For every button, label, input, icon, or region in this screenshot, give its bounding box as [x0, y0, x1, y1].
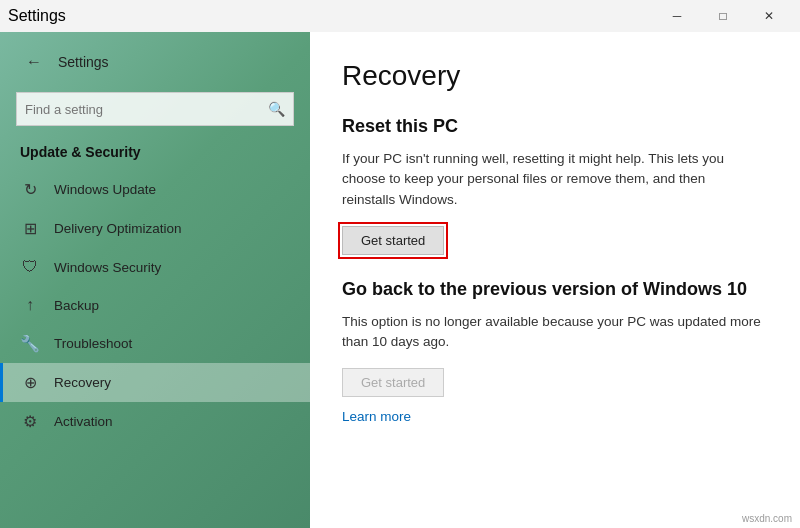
recovery-icon: ⊕: [20, 373, 40, 392]
backup-label: Backup: [54, 298, 99, 313]
backup-icon: ↑: [20, 296, 40, 314]
troubleshoot-icon: 🔧: [20, 334, 40, 353]
activation-label: Activation: [54, 414, 113, 429]
minimize-button[interactable]: ─: [654, 0, 700, 32]
sidebar-item-windows-update[interactable]: ↻ Windows Update: [0, 170, 310, 209]
sidebar-item-delivery-optimization[interactable]: ⊞ Delivery Optimization: [0, 209, 310, 248]
app-body: ← Settings 🔍 Update & Security ↻ Windows…: [0, 32, 800, 528]
sidebar-nav: ↻ Windows Update ⊞ Delivery Optimization…: [0, 170, 310, 441]
troubleshoot-label: Troubleshoot: [54, 336, 132, 351]
titlebar-controls: ─ □ ✕: [654, 0, 792, 32]
reset-pc-title: Reset this PC: [342, 116, 768, 137]
go-back-title: Go back to the previous version of Windo…: [342, 279, 768, 300]
sidebar-item-windows-security[interactable]: 🛡 Windows Security: [0, 248, 310, 286]
delivery-optimization-icon: ⊞: [20, 219, 40, 238]
reset-pc-get-started-button[interactable]: Get started: [342, 226, 444, 255]
watermark: wsxdn.com: [742, 513, 792, 524]
titlebar-left: Settings: [8, 7, 66, 25]
windows-update-label: Windows Update: [54, 182, 156, 197]
sidebar-item-activation[interactable]: ⚙ Activation: [0, 402, 310, 441]
search-input[interactable]: [25, 102, 268, 117]
go-back-section: Go back to the previous version of Windo…: [342, 279, 768, 426]
back-button[interactable]: ←: [20, 48, 48, 76]
reset-pc-description: If your PC isn't running well, resetting…: [342, 149, 762, 210]
sidebar-item-troubleshoot[interactable]: 🔧 Troubleshoot: [0, 324, 310, 363]
sidebar-app-title: Settings: [58, 54, 109, 70]
page-title: Recovery: [342, 60, 768, 92]
activation-icon: ⚙: [20, 412, 40, 431]
search-box: 🔍: [16, 92, 294, 126]
back-icon: ←: [26, 53, 42, 71]
main-content: Recovery Reset this PC If your PC isn't …: [310, 32, 800, 528]
sidebar-item-backup[interactable]: ↑ Backup: [0, 286, 310, 324]
titlebar-title: Settings: [8, 7, 66, 25]
maximize-button[interactable]: □: [700, 0, 746, 32]
windows-security-icon: 🛡: [20, 258, 40, 276]
sidebar-header: ← Settings: [0, 32, 310, 84]
sidebar-section-title: Update & Security: [0, 138, 310, 170]
learn-more-link[interactable]: Learn more: [342, 409, 411, 424]
windows-update-icon: ↻: [20, 180, 40, 199]
sidebar-item-recovery[interactable]: ⊕ Recovery: [0, 363, 310, 402]
go-back-description: This option is no longer available becau…: [342, 312, 762, 353]
reset-pc-section: Reset this PC If your PC isn't running w…: [342, 116, 768, 255]
search-icon[interactable]: 🔍: [268, 101, 285, 117]
sidebar: ← Settings 🔍 Update & Security ↻ Windows…: [0, 32, 310, 528]
recovery-label: Recovery: [54, 375, 111, 390]
windows-security-label: Windows Security: [54, 260, 161, 275]
close-button[interactable]: ✕: [746, 0, 792, 32]
delivery-optimization-label: Delivery Optimization: [54, 221, 182, 236]
go-back-get-started-button: Get started: [342, 368, 444, 397]
titlebar: Settings ─ □ ✕: [0, 0, 800, 32]
